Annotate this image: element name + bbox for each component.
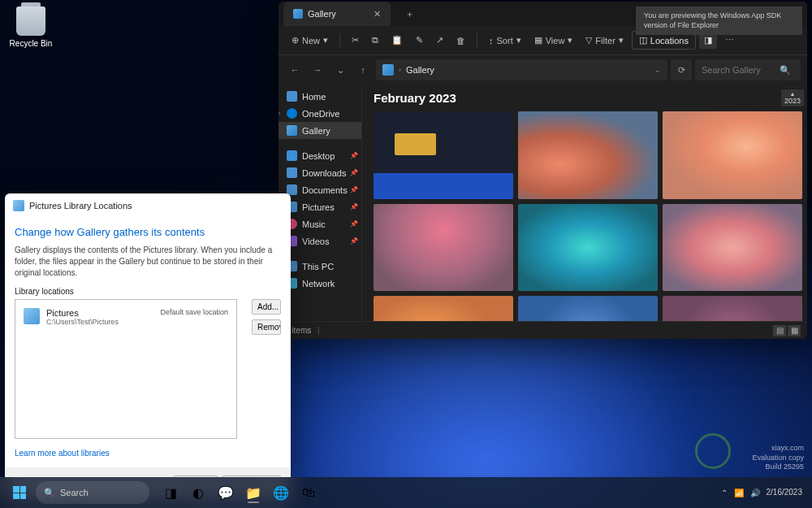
search-icon: 🔍	[780, 65, 791, 76]
sidebar-item-downloads[interactable]: Downloads📌	[279, 164, 361, 181]
file-explorer-taskbar[interactable]: 📁	[240, 481, 266, 504]
file-explorer-window: Gallery ✕ ＋ You are previewing the Windo…	[279, 2, 807, 339]
sidebar-item-gallery[interactable]: Gallery	[279, 122, 361, 139]
pin-icon[interactable]: 📌	[350, 186, 358, 193]
sidebar-item-pictures[interactable]: Pictures📌	[279, 198, 361, 215]
icons-view-button[interactable]: ▦	[788, 325, 801, 336]
tab-gallery[interactable]: Gallery ✕	[283, 2, 391, 26]
recent-button[interactable]: ⌄	[330, 60, 350, 80]
new-button[interactable]: ⊕ New ▾	[287, 32, 333, 49]
address-bar[interactable]: › Gallery ⌄	[376, 59, 667, 80]
rename-button[interactable]: ✎	[411, 32, 428, 49]
pictures-folder-icon	[24, 308, 40, 324]
network-icon[interactable]: 📶	[734, 488, 744, 497]
sidebar-item-thispc[interactable]: ›This PC	[279, 258, 361, 275]
forward-button[interactable]: →	[308, 60, 327, 80]
taskbar: 🔍 Search ◨ ◐ 💬 📁 🌐 🛍 ⌃ 📶 🔊 2/16/2023	[0, 477, 812, 508]
pin-icon[interactable]: 📌	[350, 152, 358, 159]
new-tab-button[interactable]: ＋	[399, 5, 421, 24]
details-view-button[interactable]: ▤	[773, 325, 786, 336]
thumbnail[interactable]	[663, 111, 802, 199]
thumbnail[interactable]	[663, 204, 802, 292]
filter-button[interactable]: ▽ Filter ▾	[581, 32, 628, 49]
library-location-item[interactable]: Pictures C:\Users\Test\Pictures Default …	[20, 305, 231, 329]
chat-button[interactable]: 💬	[213, 481, 239, 504]
statusbar: 0 items | ▤ ▦	[279, 321, 807, 339]
thumbnail[interactable]	[518, 204, 658, 292]
system-tray[interactable]: ⌃ 📶 🔊 2/16/2023	[721, 488, 806, 497]
dialog-titlebar[interactable]: Pictures Library Locations	[5, 193, 291, 218]
sidebar-item-onedrive[interactable]: ›OneDrive	[279, 105, 361, 122]
chevron-right-icon[interactable]: ›	[279, 110, 281, 117]
search-input[interactable]	[702, 65, 775, 75]
thumbnail[interactable]	[518, 111, 658, 199]
tab-close-button[interactable]: ✕	[374, 9, 381, 20]
sidebar-item-music[interactable]: Music📌	[279, 215, 361, 232]
taskbar-search[interactable]: 🔍 Search	[36, 481, 149, 504]
location-name: Pictures	[46, 308, 119, 318]
pin-icon[interactable]: 📌	[350, 237, 358, 245]
thumbnail[interactable]	[374, 296, 513, 321]
library-locations-list[interactable]: Pictures C:\Users\Test\Pictures Default …	[15, 299, 237, 439]
titlebar[interactable]: Gallery ✕ ＋ You are previewing the Windo…	[279, 2, 807, 26]
start-button[interactable]	[6, 481, 32, 504]
share-button[interactable]: ↗	[431, 32, 448, 49]
tab-label: Gallery	[308, 9, 336, 19]
desktop-watermark: xiayx.com Evaluation copy Build 25295	[752, 444, 804, 472]
search-icon: 🔍	[44, 488, 55, 498]
sidebar: Home ›OneDrive Gallery Desktop📌 Download…	[279, 85, 362, 321]
taskbar-clock[interactable]: 2/16/2023	[767, 488, 806, 497]
sidebar-item-documents[interactable]: Documents📌	[279, 181, 361, 198]
view-mode-toggle[interactable]: ▤ ▦	[773, 325, 801, 336]
pin-icon[interactable]: 📌	[350, 169, 358, 176]
gallery-content: February 2023 2023	[362, 85, 807, 321]
sidebar-item-network[interactable]: ›Network	[279, 275, 361, 292]
thumbnail[interactable]	[374, 204, 513, 292]
tray-chevron-icon[interactable]: ⌃	[721, 488, 728, 497]
remove-button[interactable]: Remove	[252, 319, 281, 335]
back-button[interactable]: ←	[285, 60, 304, 80]
delete-button[interactable]: 🗑	[451, 33, 470, 49]
pictures-library-icon	[13, 200, 24, 211]
store-taskbar[interactable]: 🛍	[296, 481, 322, 504]
refresh-button[interactable]: ⟳	[671, 59, 692, 80]
search-label: Search	[60, 488, 89, 497]
copy-button[interactable]: ⧉	[367, 32, 383, 49]
desktop-icon	[287, 150, 297, 161]
learn-more-link[interactable]: Learn more about libraries	[5, 439, 291, 467]
up-button[interactable]: ↑	[353, 60, 373, 80]
edge-taskbar[interactable]: 🌐	[268, 481, 294, 504]
dialog-description: Gallery displays the contents of the Pic…	[5, 245, 291, 287]
thumbnail[interactable]	[518, 296, 658, 321]
thumbnail[interactable]	[374, 111, 513, 199]
recycle-bin[interactable]: Recycle Bin	[6, 7, 55, 48]
sidebar-item-home[interactable]: Home	[279, 88, 361, 105]
pin-icon[interactable]: 📌	[350, 220, 358, 228]
recycle-bin-label: Recycle Bin	[6, 39, 55, 48]
library-locations-label: Library locations	[5, 287, 291, 299]
thumbnail[interactable]	[663, 296, 802, 321]
breadcrumb: Gallery	[406, 65, 434, 75]
cut-button[interactable]: ✂	[347, 32, 364, 49]
pin-icon[interactable]: 📌	[350, 203, 358, 211]
view-button[interactable]: ▦ View ▾	[529, 32, 578, 49]
default-save-tag: Default save location	[160, 308, 228, 326]
sidebar-item-desktop[interactable]: Desktop📌	[279, 147, 361, 164]
search-box[interactable]: 🔍	[695, 59, 801, 80]
volume-icon[interactable]: 🔊	[750, 488, 760, 497]
add-button[interactable]: Add...	[252, 299, 281, 315]
paste-button[interactable]: 📋	[387, 32, 408, 49]
task-view-button[interactable]: ◨	[158, 481, 184, 504]
dialog-title: Pictures Library Locations	[29, 201, 132, 211]
gallery-icon	[293, 9, 303, 19]
downloads-icon	[287, 167, 297, 178]
month-header: February 2023	[374, 91, 802, 105]
widgets-button[interactable]: ◐	[185, 481, 211, 504]
sort-button[interactable]: ↕ Sort ▾	[484, 32, 526, 49]
watermark-logo	[666, 433, 731, 474]
sidebar-item-videos[interactable]: Videos📌	[279, 232, 361, 250]
preview-banner: You are previewing the Windows App SDK v…	[636, 7, 802, 35]
timeline-scroll[interactable]: 2023	[781, 89, 804, 106]
thumbnail-grid	[374, 111, 802, 321]
chevron-down-icon[interactable]: ⌄	[654, 66, 661, 74]
